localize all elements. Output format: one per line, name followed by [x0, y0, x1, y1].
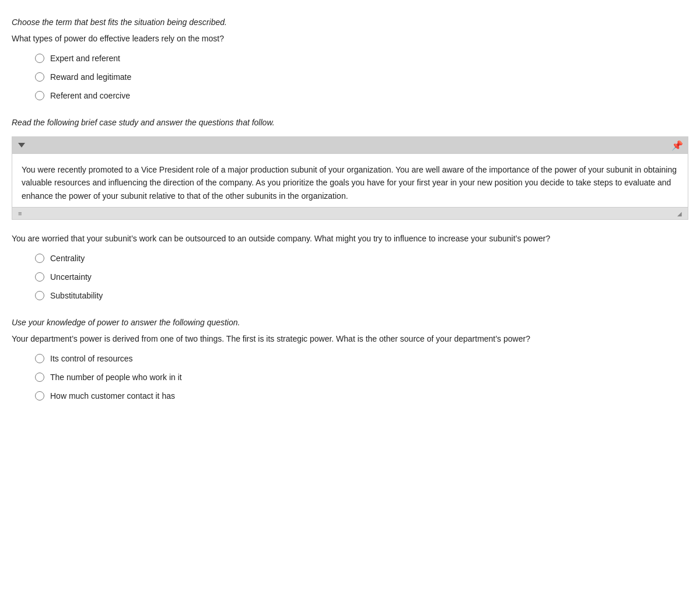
section1-instruction: Choose the term that best fits the situa…: [12, 17, 688, 27]
section1-option-3[interactable]: Referent and coercive: [35, 91, 688, 100]
section3-option-3[interactable]: How much customer contact it has: [35, 391, 688, 401]
section2-radio-3[interactable]: [35, 291, 44, 300]
case-study-box: 📌 You were recently promoted to a Vice P…: [12, 136, 688, 220]
section1-label-2: Reward and legitimate: [50, 72, 131, 82]
section2-question: You are worried that your subunit’s work…: [12, 234, 688, 243]
section1-question: What types of power do effective leaders…: [12, 34, 688, 43]
section1-label-1: Expert and referent: [50, 54, 120, 63]
section3-radio-1[interactable]: [35, 354, 44, 363]
pin-icon[interactable]: 📌: [673, 141, 682, 150]
section1-radio-1[interactable]: [35, 54, 44, 63]
case-study-body: You were recently promoted to a Vice Pre…: [12, 154, 688, 207]
section2-label-3: Substitutability: [50, 291, 103, 300]
section3-radio-3[interactable]: [35, 391, 44, 401]
resize-handle[interactable]: ◢: [677, 210, 682, 217]
section3-radio-2[interactable]: [35, 373, 44, 382]
section2-option-2[interactable]: Uncertainty: [35, 272, 688, 282]
section3-label-3: How much customer contact it has: [50, 391, 175, 401]
section1-label-3: Referent and coercive: [50, 91, 130, 100]
case-study-footer: ≡ ◢: [12, 207, 688, 219]
scroll-icon: ≡: [18, 210, 22, 217]
section1-radio-3[interactable]: [35, 91, 44, 100]
case-study-header[interactable]: 📌: [12, 137, 688, 154]
section2-label-2: Uncertainty: [50, 272, 92, 282]
section3-label-2: The number of people who work in it: [50, 373, 182, 382]
section2-option-1[interactable]: Centrality: [35, 254, 688, 263]
section2-option-3[interactable]: Substitutability: [35, 291, 688, 300]
case-study-text: You were recently promoted to a Vice Pre…: [22, 163, 678, 202]
collapse-icon[interactable]: [18, 143, 25, 148]
section2-label-1: Centrality: [50, 254, 85, 263]
section3-option-2[interactable]: The number of people who work in it: [35, 373, 688, 382]
section1-option-1[interactable]: Expert and referent: [35, 54, 688, 63]
section1-radio-2[interactable]: [35, 72, 44, 82]
section2-instruction: Read the following brief case study and …: [12, 118, 688, 127]
section2-radio-1[interactable]: [35, 254, 44, 263]
section3-option-1[interactable]: Its control of resources: [35, 354, 688, 363]
section3-question: Your department’s power is derived from …: [12, 334, 688, 343]
section3-instruction: Use your knowledge of power to answer th…: [12, 318, 688, 327]
section1-option-2[interactable]: Reward and legitimate: [35, 72, 688, 82]
section2-radio-2[interactable]: [35, 272, 44, 282]
section3-label-1: Its control of resources: [50, 354, 133, 363]
